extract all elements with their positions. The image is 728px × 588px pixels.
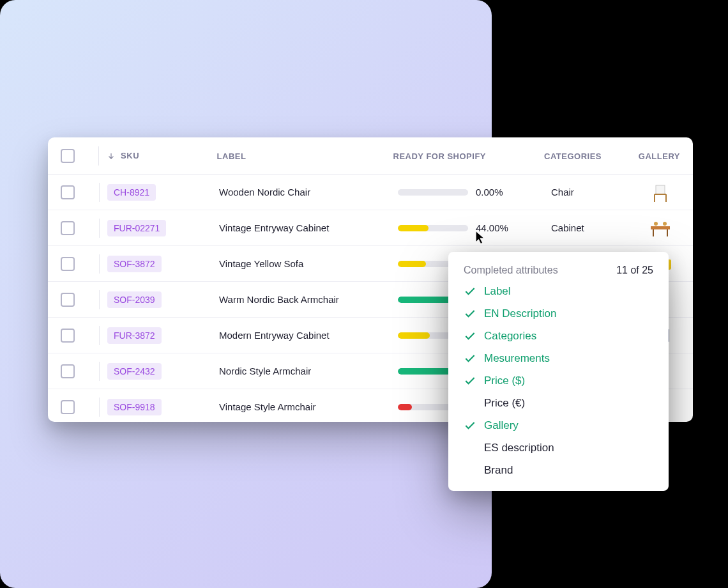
attribute-label: Brand [484,464,513,477]
attribute-label: EN Description [484,307,556,320]
attribute-item: Label [464,285,653,298]
divider [99,183,100,202]
divider [99,254,100,274]
attribute-item: Categories [464,330,653,343]
attribute-label: ES description [484,442,554,454]
attribute-label: Gallery [484,419,519,432]
cursor-icon [474,230,486,245]
progress-bar [398,225,468,231]
attribute-label: Categories [484,330,536,343]
product-label: Warm Nordic Back Armchair [219,294,339,305]
sku-badge[interactable]: SOF-3872 [107,256,162,272]
attribute-label: Price (€) [484,397,525,410]
attribute-item: Price ($) [464,375,653,387]
category-text: Cabinet [551,222,584,233]
check-icon [464,285,476,298]
attribute-item: ES description [464,442,653,454]
sku-badge[interactable]: SOF-2039 [107,291,162,308]
product-label: Modern Entryway Cabinet [219,330,330,341]
sku-badge[interactable]: SOF-9918 [107,399,162,415]
sku-badge[interactable]: CH-8921 [107,184,156,201]
row-checkbox[interactable] [61,257,75,271]
row-checkbox[interactable] [61,329,75,343]
product-label: Vintage Yellow Sofa [219,258,303,269]
category-text: Chair [551,187,574,197]
check-icon [464,419,476,432]
popover-count: 11 of 25 [616,265,653,276]
attribute-item: Price (€) [464,397,653,410]
divider [99,219,100,238]
sku-badge[interactable]: FUR-02271 [107,220,166,236]
select-all-checkbox[interactable] [61,149,75,163]
header-categories[interactable]: CATEGORIES [544,151,602,161]
check-icon [464,352,476,365]
header-gallery[interactable]: GALLERY [639,151,680,161]
header-sku[interactable]: SKU [121,151,139,160]
row-checkbox[interactable] [61,185,75,199]
divider [99,398,100,417]
attribute-item: Gallery [464,419,653,432]
header-ready[interactable]: READY FOR SHOPIFY [393,151,487,161]
product-label: Nordic Style Armchair [219,366,311,376]
attribute-label: Mesurements [484,352,550,365]
progress-bar [398,189,468,196]
check-icon [464,375,476,387]
divider [98,146,99,166]
check-icon [464,307,476,320]
header-label[interactable]: LABEL [217,151,246,161]
product-thumbnail[interactable] [647,182,674,203]
attribute-item: EN Description [464,307,653,320]
divider [99,326,100,345]
attribute-item: Brand [464,464,653,477]
product-label: Vintage Entryway Cabinet [219,222,329,233]
row-checkbox[interactable] [61,400,75,414]
progress-percent: 0.00% [476,187,503,197]
completed-attributes-popover: Completed attributes 11 of 25 LabelEN De… [448,252,669,491]
attribute-label: Price ($) [484,375,525,387]
popover-title: Completed attributes [464,265,558,276]
table-header: SKU LABEL READY FOR SHOPIFY CATEGORIES G… [48,137,693,174]
check-icon [464,330,476,343]
product-label: Wooden Nordic Chair [219,187,310,197]
table-row[interactable]: CH-8921 Wooden Nordic Chair 0.00% Chair [48,174,693,210]
product-label: Vintage Style Armchair [219,401,315,412]
attribute-item: Mesurements [464,352,653,365]
sort-arrow-down-icon[interactable] [107,151,116,160]
row-checkbox[interactable] [61,221,75,235]
sku-badge[interactable]: FUR-3872 [107,327,162,344]
table-row[interactable]: FUR-02271 Vintage Entryway Cabinet 44.00… [48,210,693,246]
divider [99,362,100,381]
sku-badge[interactable]: SOF-2432 [107,363,162,380]
product-thumbnail[interactable] [647,217,674,239]
attribute-label: Label [484,285,511,298]
row-checkbox[interactable] [61,293,75,307]
row-checkbox[interactable] [61,364,75,378]
divider [99,290,100,309]
